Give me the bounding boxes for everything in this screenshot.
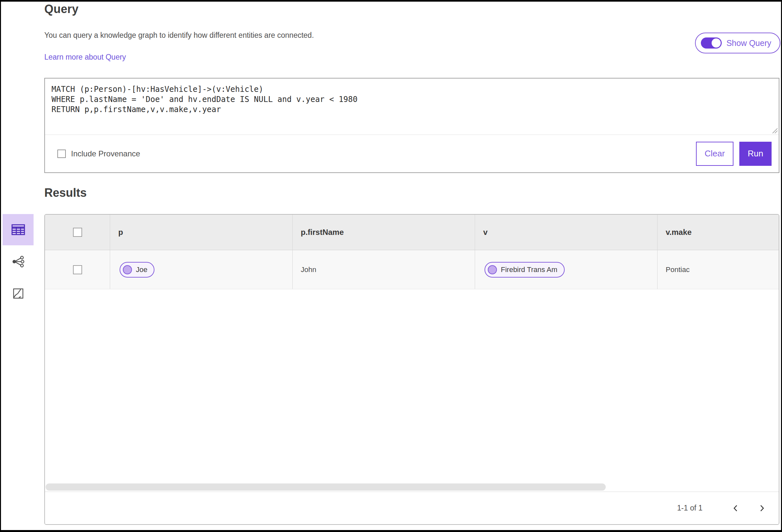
row-cell: Pontiac — [657, 250, 779, 289]
results-table-panel: p p.firstName v v.make — [44, 214, 779, 525]
column-header-label: p.firstName — [301, 228, 344, 237]
column-header-label: p — [118, 228, 123, 237]
entity-dot-icon — [488, 265, 497, 274]
resize-handle-icon[interactable] — [771, 127, 778, 134]
row-cell: Firebird Trans Am — [475, 250, 657, 289]
learn-more-link[interactable]: Learn more about Query — [44, 53, 126, 62]
header-cell[interactable]: p.firstName — [293, 215, 475, 250]
map-view-button[interactable] — [3, 278, 34, 309]
include-provenance-label: Include Provenance — [71, 149, 140, 158]
entity-label: Joe — [136, 265, 147, 274]
chevron-right-icon — [757, 504, 766, 512]
show-query-label: Show Query — [726, 38, 771, 48]
header-cell[interactable]: v.make — [657, 215, 779, 250]
column-header-label: v — [483, 228, 488, 237]
include-provenance-checkbox[interactable] — [57, 149, 66, 158]
entity-pill[interactable]: Firebird Trans Am — [485, 262, 565, 278]
query-textarea[interactable]: MATCH (p:Person)-[hv:HasVehicle]->(v:Veh… — [45, 78, 779, 135]
toggle-knob — [712, 38, 721, 47]
entity-dot-icon — [123, 265, 132, 274]
row-cell: John — [293, 250, 475, 289]
chevron-left-icon — [732, 504, 740, 512]
table-header-row: p p.firstName v v.make — [45, 215, 779, 250]
query-panel: MATCH (p:Person)-[hv:HasVehicle]->(v:Veh… — [44, 78, 779, 173]
previous-page-button[interactable] — [728, 501, 743, 516]
table-row[interactable]: Joe John Firebird Trans Am Pontiac — [45, 250, 779, 289]
header-cell-select — [45, 215, 110, 250]
next-page-button[interactable] — [755, 501, 769, 516]
link-chart-view-button[interactable] — [3, 246, 34, 277]
column-header-label: v.make — [666, 228, 692, 237]
query-toolbar: Include Provenance Clear Run — [45, 135, 779, 172]
link-chart-view-icon — [11, 255, 25, 269]
query-editor: MATCH (p:Person)-[hv:HasVehicle]->(v:Veh… — [45, 78, 779, 135]
run-button[interactable]: Run — [739, 142, 772, 166]
clear-button[interactable]: Clear — [696, 142, 734, 166]
entity-pill[interactable]: Joe — [119, 262, 154, 278]
header-cell[interactable]: p — [110, 215, 293, 250]
row-checkbox[interactable] — [73, 265, 82, 274]
header-cell[interactable]: v — [475, 215, 657, 250]
map-view-icon — [12, 287, 25, 300]
select-all-checkbox[interactable] — [73, 228, 82, 237]
results-body: p p.firstName v v.make — [1, 214, 781, 525]
view-switcher — [1, 214, 44, 525]
query-section: Query You can query a knowledge graph to… — [1, 2, 781, 173]
cell-text: Pontiac — [666, 265, 689, 274]
table-view-button[interactable] — [3, 214, 34, 245]
include-provenance-field[interactable]: Include Provenance — [57, 149, 140, 158]
pagination-range: 1-1 of 1 — [677, 504, 703, 512]
show-query-toggle[interactable]: Show Query — [695, 33, 780, 54]
entity-label: Firebird Trans Am — [501, 265, 558, 274]
toggle-switch-icon[interactable] — [701, 37, 722, 48]
table-view-icon — [10, 222, 26, 238]
row-cell-select — [45, 250, 110, 289]
table-footer: 1-1 of 1 — [45, 492, 779, 524]
results-title: Results — [44, 186, 781, 200]
row-cell: Joe — [110, 250, 293, 289]
page-title: Query — [44, 2, 779, 16]
query-page: Query You can query a knowledge graph to… — [1, 2, 781, 531]
page-description: You can query a knowledge graph to ident… — [44, 31, 779, 40]
cell-text: John — [301, 265, 316, 274]
horizontal-scrollbar[interactable] — [46, 484, 606, 491]
app-window: Query You can query a knowledge graph to… — [0, 0, 782, 532]
